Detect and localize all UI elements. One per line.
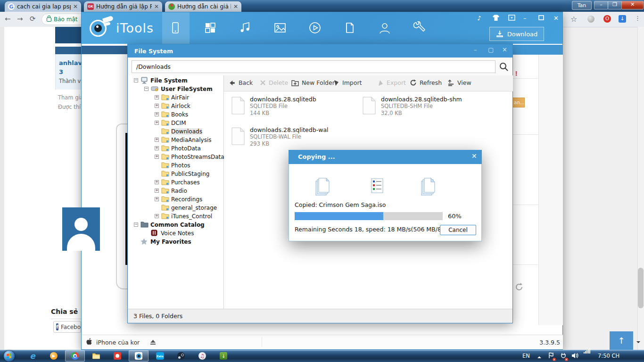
steam-icon <box>177 352 185 360</box>
itunes-icon: ♫ <box>198 352 206 360</box>
media-player-icon: ▶ <box>50 352 58 360</box>
screen: Gcach cai gia lap psp ios -✕GKHướng dẫn … <box>0 0 644 362</box>
taskbar-itools-button[interactable] <box>129 350 149 362</box>
taskbar-media-player-button[interactable]: ▶ <box>44 350 64 362</box>
taskbar-idm-button[interactable]: ↓ <box>214 350 233 362</box>
taskbar: e▶Zalo♫↓ EN ✕ ✕ 7:50 CH <box>0 0 644 362</box>
power-plug-icon[interactable]: ✕ <box>560 352 567 360</box>
tray-hidden-icons-arrow[interactable] <box>537 354 541 358</box>
taskbar-explorer-button[interactable] <box>86 350 106 362</box>
taskbar-zalo-button[interactable]: Zalo <box>150 350 170 362</box>
start-button[interactable] <box>4 351 15 362</box>
red-app-icon <box>114 352 121 360</box>
taskbar-itunes-button[interactable]: ♫ <box>192 350 212 362</box>
chrome-icon <box>71 352 79 360</box>
tray-clock[interactable]: 7:50 CH <box>598 353 619 359</box>
action-center-flag-icon[interactable]: ✕ <box>548 352 554 360</box>
tray-language[interactable]: EN <box>522 353 530 359</box>
idm-icon: ↓ <box>220 352 227 360</box>
taskbar-red-app-button[interactable] <box>107 350 127 362</box>
taskbar-internet-explorer-button[interactable]: e <box>23 350 42 362</box>
itools-icon <box>135 352 142 360</box>
internet-explorer-icon: e <box>30 351 35 361</box>
speaker-icon[interactable] <box>571 353 578 360</box>
windows-flag-icon <box>7 353 11 358</box>
explorer-icon <box>92 353 100 359</box>
taskbar-steam-button[interactable] <box>171 350 191 362</box>
zalo-icon: Zalo <box>156 352 164 360</box>
taskbar-chrome-button[interactable] <box>65 350 85 362</box>
